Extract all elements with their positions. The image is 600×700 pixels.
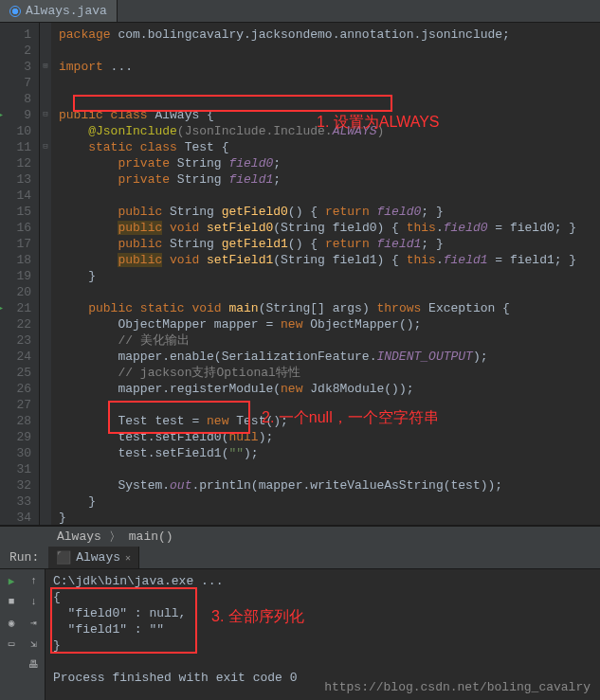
line-number: 19: [0, 268, 39, 284]
layout-icon[interactable]: ▭: [4, 636, 19, 651]
line-number: 20: [0, 284, 39, 300]
line-number: 3: [0, 59, 39, 75]
line-number-gutter[interactable]: 1 2 3 7 8 ▶9 10 11 12 13 14 15 16 17 18 …: [0, 0, 40, 525]
run-panel-header: Run: ⬛ Always ✕: [0, 547, 600, 569]
line-number: 16: [0, 220, 39, 236]
line-number: 31: [0, 461, 39, 477]
run-gutter-icon[interactable]: ▶: [0, 107, 3, 123]
line-number: 8: [0, 91, 39, 107]
run-output[interactable]: C:\jdk\bin\java.exe ... { "field0" : nul…: [45, 569, 600, 700]
line-number: 11: [0, 139, 39, 155]
up-icon[interactable]: ↑: [27, 573, 42, 588]
line-number: 15: [0, 204, 39, 220]
stop-icon[interactable]: ■: [4, 594, 19, 609]
line-number: 27: [0, 397, 39, 413]
editor-area: 1 2 3 7 8 ▶9 10 11 12 13 14 15 16 17 18 …: [0, 0, 600, 526]
output-line: }: [53, 637, 592, 654]
code-area[interactable]: package com.bolingcavalry.jacksondemo.an…: [51, 0, 600, 525]
line-number: ▶21: [0, 300, 39, 316]
breadcrumb-bar: Always 〉 main(): [0, 526, 600, 547]
line-number: 10: [0, 123, 39, 139]
line-number: 12: [0, 155, 39, 171]
output-line: {: [53, 589, 592, 605]
breadcrumb-item[interactable]: Always: [57, 529, 101, 544]
line-number: 34: [0, 510, 39, 526]
run-tab-name: Always: [76, 550, 120, 565]
line-number: 1: [0, 27, 39, 43]
output-line: C:\jdk\bin\java.exe ...: [53, 573, 592, 589]
fold-icon[interactable]: ⊟: [40, 107, 51, 123]
wrap-icon[interactable]: ⇥: [27, 615, 42, 630]
line-number: 17: [0, 236, 39, 252]
breadcrumb-item[interactable]: main(): [129, 529, 173, 544]
line-number: 24: [0, 349, 39, 365]
rerun-icon[interactable]: ▶: [4, 573, 19, 588]
line-number: 14: [0, 188, 39, 204]
watermark: https://blog.csdn.net/boling_cavalry: [324, 680, 591, 694]
line-number: 25: [0, 365, 39, 381]
line-number: 28: [0, 413, 39, 429]
close-icon[interactable]: ✕: [125, 552, 131, 564]
line-number: 13: [0, 171, 39, 188]
line-number: 30: [0, 445, 39, 461]
dump-icon[interactable]: ◉: [4, 615, 19, 630]
fold-icon[interactable]: ⊞: [40, 59, 51, 75]
line-number: ▶9: [0, 107, 39, 123]
fold-icon[interactable]: ⊟: [40, 139, 51, 155]
fold-gutter: ⊞ ⊟ ⊟: [40, 0, 51, 525]
run-config-tab[interactable]: ⬛ Always ✕: [48, 547, 139, 568]
run-panel: ▶ ■ ◉ ▭ ↑ ↓ ⇥ ⇲ 🖶 C:\jdk\bin\java.exe ..…: [0, 569, 600, 700]
run-label: Run:: [0, 550, 48, 565]
breadcrumb-separator: 〉: [109, 529, 121, 546]
print-icon[interactable]: 🖶: [27, 656, 42, 672]
line-number: 22: [0, 316, 39, 332]
run-tab-icon: ⬛: [56, 550, 71, 565]
output-line: "field1" : "": [53, 621, 592, 637]
run-toolbar-right: ↑ ↓ ⇥ ⇲ 🖶: [23, 569, 45, 700]
line-number: 32: [0, 477, 39, 494]
java-file-icon: [9, 6, 21, 17]
line-number: 33: [0, 494, 39, 510]
output-line: "field0" : null,: [53, 605, 592, 621]
run-toolbar-left: ▶ ■ ◉ ▭: [0, 569, 23, 700]
line-number: 2: [0, 43, 39, 59]
run-gutter-icon[interactable]: ▶: [0, 300, 3, 316]
scroll-icon[interactable]: ⇲: [27, 636, 42, 651]
line-number: 29: [0, 429, 39, 445]
line-number: 23: [0, 332, 39, 349]
line-number: 26: [0, 381, 39, 397]
down-icon[interactable]: ↓: [27, 594, 42, 609]
line-number: 7: [0, 75, 39, 91]
line-number: 18: [0, 252, 39, 268]
